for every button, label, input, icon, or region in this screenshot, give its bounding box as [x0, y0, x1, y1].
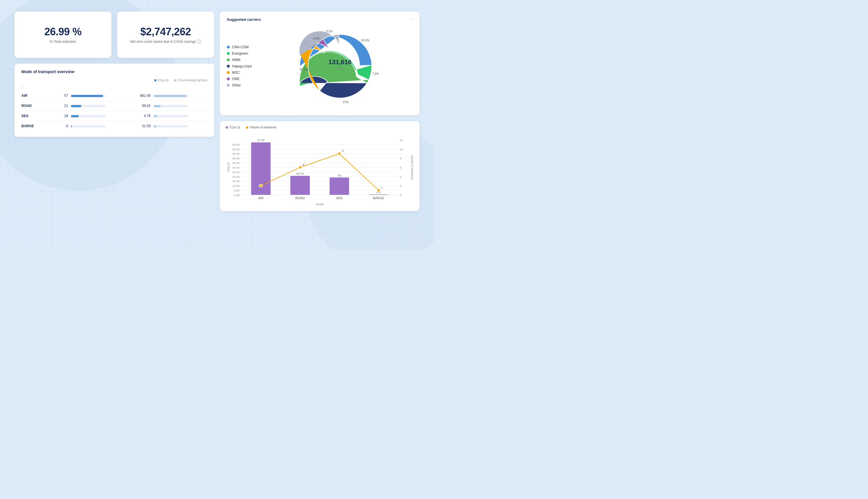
y-axis-label: 45.00: [232, 153, 240, 155]
transport-mode: ROAD: [21, 101, 55, 111]
donut-legend-one: ONE: [227, 77, 262, 81]
volume-dot-ROAD: [299, 166, 302, 169]
transport-intensity-bar: [154, 91, 207, 101]
intensity-legend-item: CO₂e intensity (g/t.km): [174, 78, 207, 82]
bar-label-SEA: 19: [338, 174, 341, 177]
svg-text:4.9%: 4.9%: [313, 37, 320, 40]
transport-intensity-bar: [154, 101, 207, 111]
transport-row: ROAD 21 99.62: [21, 101, 207, 111]
y-axis-right-label: 6: [400, 166, 402, 169]
x-label-SEA: SEA: [336, 197, 343, 200]
x-axis-title: mode: [316, 203, 324, 206]
y-axis-label: 30.00: [232, 166, 240, 169]
x-label-AIR: AIR: [258, 197, 264, 200]
y-axis-right-label: 0: [400, 194, 402, 197]
y-axis-title: CO₂e (t): [227, 162, 230, 172]
y-axis-label: 50.00: [232, 148, 240, 150]
col-co2-header: [55, 84, 71, 91]
transport-intensity-val: 4.79: [125, 111, 154, 121]
legend-dot: [227, 71, 230, 74]
volume-dot-AIR: [259, 184, 262, 187]
transport-co2-val: 57: [55, 91, 71, 101]
bar-chart-card: CO₂e (t) Volume of shipments 0.005.0010.…: [220, 121, 419, 211]
volume-label-ROAD: 6: [302, 163, 305, 166]
transport-row: AIR 57 882.49: [21, 91, 207, 101]
volume-label-SEA: 9: [342, 149, 344, 153]
legend-label: Evergreen: [232, 51, 248, 56]
savings-value: $2,747,262: [140, 26, 191, 38]
reduction-value: 26.99 %: [44, 26, 82, 38]
transport-intensity-val: 31.59: [125, 121, 154, 131]
donut-card: Suggested carriers ··· CMA CGM Evergreen…: [220, 12, 419, 115]
col-co2-bar: [71, 84, 124, 91]
y-axis-right-label: 2: [400, 184, 402, 187]
transport-co2-bar: [71, 121, 124, 131]
transport-mode: SEA: [21, 111, 55, 121]
metrics-row: 26.99 % % Total reduction $2,747,262 Net…: [14, 12, 214, 58]
donut-legend-hapag-lloyd: Hapag-Lloyd: [227, 64, 262, 68]
y-axis-label: 20.00: [232, 175, 240, 178]
x-label-BARGE: BARGE: [373, 197, 384, 200]
transport-co2-val: 21: [55, 101, 71, 111]
legend-label: HMM: [232, 58, 240, 62]
transport-co2-bar: [71, 111, 124, 121]
reduction-label: % Total reduction: [50, 40, 76, 44]
donut-chart: 131,616 TOTAL 24.5% 7.5% 27% 25.3% 4.9% …: [299, 26, 380, 107]
y-axis-right-label: 10: [400, 148, 403, 150]
transport-co2-val: 0: [55, 121, 71, 131]
y-axis-label: 0.00: [234, 194, 240, 197]
savings-label: Net zero costs saved due to CO2e savings…: [130, 40, 201, 44]
transport-intensity-bar: [154, 121, 207, 131]
chart-legend: CO₂e (t) Volume of shipments: [226, 126, 414, 129]
svg-text:8.2%: 8.2%: [326, 30, 333, 33]
donut-legend-evergreen: Evergreen: [227, 51, 262, 56]
volume-chart-legend: Volume of shipments: [246, 126, 277, 129]
legend-dot: [227, 84, 230, 87]
svg-text:27%: 27%: [343, 101, 349, 104]
svg-text:7.5%: 7.5%: [372, 72, 379, 75]
y-axis-label: 25.00: [232, 171, 240, 173]
volume-label-AIR: 2: [264, 182, 265, 184]
bar-SEA: [330, 178, 349, 195]
donut-legend-hmm: HMM: [227, 58, 262, 62]
x-label-ROAD: ROAD: [295, 197, 305, 200]
info-icon[interactable]: i: [197, 40, 201, 44]
y-axis-right-label: 8: [400, 157, 402, 160]
col-mode: ~: [21, 84, 55, 91]
bar-line-chart: 0.005.0010.0015.0020.0025.0030.0035.0040…: [226, 131, 414, 206]
volume-dot-SEA: [338, 153, 341, 155]
co2-legend-item: CO₂e (t): [154, 78, 169, 82]
legend-dot: [227, 65, 230, 68]
savings-metric-card: $2,747,262 Net zero costs saved due to C…: [117, 12, 214, 58]
co2-chart-legend: CO₂e (t): [226, 126, 240, 129]
y-axis-label: 55.00: [232, 143, 240, 146]
transport-intensity-val: 882.49: [125, 91, 154, 101]
transport-mode: BARGE: [21, 121, 55, 131]
donut-total-label: TOTAL: [335, 67, 345, 70]
chart-area: 0.005.0010.0015.0020.0025.0030.0035.0040…: [226, 131, 414, 206]
transport-card: Mode of transport overview CO₂e (t) CO₂e…: [14, 64, 214, 137]
y-axis-right-label: 12: [400, 139, 403, 142]
transport-row: SEA 18 4.79: [21, 111, 207, 121]
donut-legend: CMA CGM Evergreen HMM Hapag-Lloyd MSC ON…: [227, 45, 262, 87]
donut-legend-other: Other: [227, 83, 262, 87]
legend-dot: [227, 77, 230, 81]
volume-dot-BARGE: [377, 189, 380, 192]
legend-label: ONE: [232, 77, 240, 81]
y-axis-label: 40.00: [232, 157, 240, 160]
more-options-button[interactable]: ···: [411, 16, 415, 21]
transport-table: ~ AIR 57 882.49 ROAD: [21, 84, 207, 131]
legend-label: CMA CGM: [232, 45, 249, 49]
legend-label: MSC: [232, 71, 240, 75]
transport-intensity-bar: [154, 111, 207, 121]
donut-legend-msc: MSC: [227, 71, 262, 75]
reduction-metric-card: 26.99 % % Total reduction: [14, 12, 111, 58]
transport-co2-bar: [71, 101, 124, 111]
transport-legend: CO₂e (t) CO₂e intensity (g/t.km): [21, 78, 207, 82]
legend-dot: [227, 46, 230, 49]
volume-label-BARGE: 1: [381, 186, 383, 189]
svg-text:25.3%: 25.3%: [299, 68, 308, 71]
col-intensity-bar: [154, 84, 207, 91]
legend-dot: [227, 58, 230, 61]
y-axis-label: 10.00: [232, 184, 240, 187]
